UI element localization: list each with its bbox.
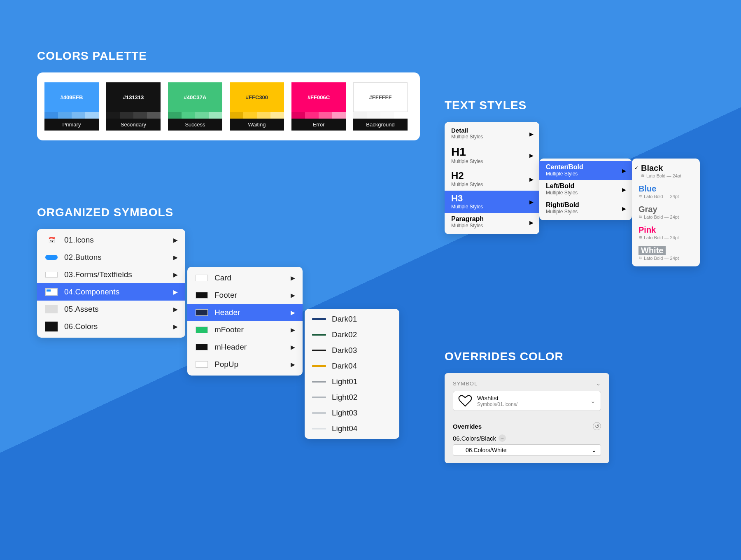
symbol-submenu-item[interactable]: Card▶ (187, 269, 303, 287)
menu-item-label: 04.Components (64, 287, 119, 296)
text-style-title: Left/Bold (546, 182, 625, 190)
line-swatch-icon (312, 397, 326, 398)
text-style-menu-item[interactable]: Left/BoldMultiple Styles▶ (539, 180, 632, 199)
color-swatch: #40C37ASuccess (168, 82, 222, 131)
chevron-down-icon[interactable]: ⌄ (596, 380, 601, 387)
text-style-menu-item[interactable]: H3Multiple Styles▶ (445, 191, 539, 213)
overrides-symbol-info: Wishlist Symbols/01.Icons/ (477, 394, 517, 407)
layers-icon: ≋ (638, 235, 642, 240)
menu-item-label: 03.Forms/Textfields (64, 270, 132, 279)
layers-icon: ≋ (638, 214, 642, 219)
text-style-menu-item[interactable]: Right/BoldMultiple Styles▶ (539, 199, 632, 218)
text-style-title: Right/Bold (546, 201, 625, 209)
symbol-menu-item[interactable]: 📅01.Icons▶ (37, 231, 185, 249)
text-styles-menu-level2: ✓Black≋ Lato Bold — 24ptBlue≋ Lato Bold … (632, 159, 700, 266)
symbol-variant-item[interactable]: Dark02 (305, 327, 399, 343)
symbol-menu-item[interactable]: 04.Components▶ (37, 283, 185, 301)
text-style-title: Pink (638, 225, 693, 235)
overrides-header-row: Overrides ↺ (453, 422, 601, 430)
text-style-title: Gray (638, 205, 693, 214)
text-style-title: Paragraph (451, 215, 533, 223)
symbol-menu-item[interactable]: 05.Assets▶ (37, 301, 185, 318)
text-style-menu-item[interactable]: ParagraphMultiple Styles▶ (445, 213, 539, 232)
menu-item-label: Footer (214, 291, 237, 300)
text-style-color-item[interactable]: Blue≋ Lato Bold — 24pt (632, 182, 700, 202)
chevron-right-icon: ▶ (291, 309, 295, 316)
layers-icon: ≋ (641, 173, 645, 178)
menu-item-icon (195, 273, 209, 283)
symbol-menu-item[interactable]: 02.Buttons▶ (37, 249, 185, 266)
symbol-variant-item[interactable]: Light02 (305, 390, 399, 405)
chevron-down-icon: ⌄ (592, 447, 597, 453)
overrides-title: OVERRIDES COLOR (445, 350, 609, 363)
menu-item-label: Card (214, 273, 231, 282)
color-swatch: #FF006CError (291, 82, 346, 131)
line-swatch-icon (312, 381, 326, 383)
menu-item-icon (195, 290, 209, 300)
menu-item-label: Dark04 (332, 362, 357, 371)
symbol-menu-item[interactable]: 06.Colors▶ (37, 318, 185, 335)
chevron-right-icon: ▶ (173, 306, 178, 313)
swatch-shades (44, 112, 99, 119)
text-style-color-item[interactable]: ✓Black≋ Lato Bold — 24pt (632, 161, 700, 182)
text-style-subtitle: ≋ Lato Bold — 24pt (641, 173, 693, 178)
overrides-section: OVERRIDES COLOR SYMBOL ⌄ Wishlist Symbol… (445, 350, 609, 463)
arrow-right-icon[interactable]: → (499, 434, 506, 442)
text-style-menu-item[interactable]: Center/BoldMultiple Styles▶ (539, 161, 632, 180)
menu-item-label: PopUp (214, 360, 238, 369)
chevron-right-icon: ▶ (173, 254, 178, 261)
chevron-right-icon: ▶ (529, 199, 534, 205)
symbol-submenu-item[interactable]: mFooter▶ (187, 321, 303, 338)
text-style-title: White (638, 246, 666, 255)
color-swatch: #FFFFFFBackground (353, 82, 408, 131)
menu-item-icon (44, 304, 58, 314)
symbol-submenu-item[interactable]: Header▶ (187, 304, 303, 321)
text-style-menu-item[interactable]: H2Multiple Styles▶ (445, 168, 539, 191)
chevron-right-icon: ▶ (291, 327, 295, 333)
symbol-menu-item[interactable]: 03.Forms/Textfields▶ (37, 266, 185, 283)
menu-item-label: 02.Buttons (64, 253, 102, 262)
symbol-variant-item[interactable]: Light03 (305, 405, 399, 421)
reset-icon[interactable]: ↺ (593, 422, 601, 430)
symbol-submenu-item[interactable]: PopUp▶ (187, 356, 303, 373)
symbols-menu-level0: 📅01.Icons▶02.Buttons▶03.Forms/Textfields… (37, 229, 185, 338)
swatch-hex: #FFC300 (230, 82, 284, 112)
text-style-title: H3 (451, 193, 533, 204)
symbol-submenu-item[interactable]: mHeader▶ (187, 338, 303, 356)
text-style-color-item[interactable]: White≋ Lato Bold — 24pt (632, 243, 700, 264)
symbol-variant-item[interactable]: Dark04 (305, 358, 399, 374)
swatch-label: Waiting (230, 119, 284, 131)
text-style-subtitle: Multiple Styles (451, 223, 533, 229)
colors-palette-section: COLORS PALETTE #409EFBPrimary#131313Seco… (37, 49, 420, 140)
symbol-variant-item[interactable]: Dark03 (305, 343, 399, 358)
text-style-menu-item[interactable]: H1Multiple Styles▶ (445, 143, 539, 168)
palette-card: #409EFBPrimary#131313Secondary#40C37ASuc… (37, 72, 420, 140)
text-style-color-item[interactable]: Gray≋ Lato Bold — 24pt (632, 202, 700, 223)
symbol-variant-item[interactable]: Light01 (305, 374, 399, 390)
text-styles-menu-level1: Center/BoldMultiple Styles▶Left/BoldMult… (539, 159, 632, 220)
menu-item-icon (195, 325, 209, 335)
chevron-right-icon: ▶ (622, 205, 626, 212)
menu-item-icon (44, 322, 58, 331)
symbol-submenu-item[interactable]: Footer▶ (187, 287, 303, 304)
menu-item-label: Dark01 (332, 315, 357, 324)
overrides-symbol-select[interactable]: Wishlist Symbols/01.Icons/ ⌄ (453, 391, 601, 411)
chevron-right-icon: ▶ (291, 292, 295, 299)
chevron-right-icon: ▶ (291, 344, 295, 350)
swatch-shades (291, 112, 346, 119)
text-style-menu-item[interactable]: DetailMultiple Styles▶ (445, 124, 539, 143)
symbol-variant-item[interactable]: Light04 (305, 421, 399, 436)
swatch-label: Primary (44, 119, 99, 131)
menu-item-icon (44, 287, 58, 297)
text-style-title: Center/Bold (546, 163, 625, 171)
swatch-shades (353, 112, 408, 119)
palette-title: COLORS PALETTE (37, 49, 420, 63)
text-style-color-item[interactable]: Pink≋ Lato Bold — 24pt (632, 223, 700, 243)
chevron-right-icon: ▶ (529, 219, 534, 226)
symbols-title: ORGANIZED SYMBOLS (37, 206, 185, 219)
line-swatch-icon (312, 428, 326, 429)
swatch-label: Success (168, 119, 222, 131)
text-style-title: Black (641, 163, 693, 173)
symbol-variant-item[interactable]: Dark01 (305, 311, 399, 327)
overrides-color-select[interactable]: 06.Colors/White ⌄ (453, 444, 601, 456)
